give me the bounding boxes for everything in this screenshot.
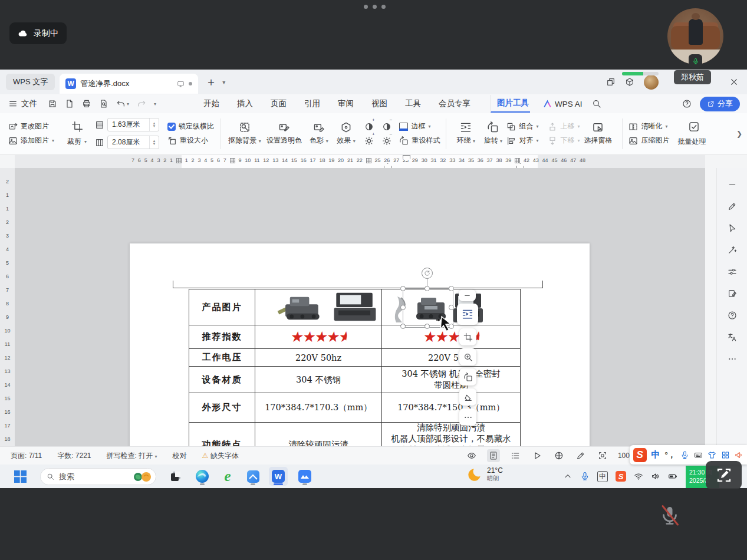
- contrast-up-button[interactable]: +: [364, 122, 375, 131]
- picture-width-input[interactable]: 2.08厘米 ▲▼: [107, 136, 159, 149]
- battery-icon[interactable]: [668, 472, 677, 481]
- document-canvas[interactable]: 产品图片: [15, 168, 705, 447]
- play-view-button[interactable]: [531, 449, 544, 462]
- quickbar-more-chevron[interactable]: ▾: [154, 101, 156, 107]
- page-view-button[interactable]: [487, 449, 500, 462]
- edge-browser-button[interactable]: [193, 467, 212, 486]
- collapse-rail-icon[interactable]: [728, 180, 737, 189]
- voice-input-icon[interactable]: [680, 450, 689, 460]
- selection-handle-n[interactable]: [424, 286, 430, 291]
- reset-size-button[interactable]: 重设大小: [167, 136, 214, 146]
- border-button[interactable]: 边框▾: [399, 121, 430, 131]
- volume-icon[interactable]: [651, 472, 660, 481]
- selection-handle-ne[interactable]: [449, 286, 454, 291]
- web-view-button[interactable]: [552, 449, 565, 462]
- crop-button[interactable]: 裁剪▾: [67, 137, 87, 147]
- selection-handle-nw[interactable]: [400, 286, 406, 291]
- sogou-tray-icon[interactable]: S: [616, 471, 626, 482]
- ime-mode-icon[interactable]: 中: [597, 471, 608, 482]
- file-menu[interactable]: 文件: [8, 98, 37, 109]
- remove-background-button[interactable]: 抠除背景 ▾: [226, 121, 263, 146]
- wps-ai-button[interactable]: WPS AI: [543, 100, 583, 108]
- edit-pen-icon[interactable]: [728, 202, 737, 211]
- width-spinner[interactable]: ▲▼: [149, 136, 159, 149]
- contrast-down-button[interactable]: −: [382, 122, 393, 131]
- blue-app-button[interactable]: [243, 467, 262, 486]
- menu-tab-视图[interactable]: 视图: [370, 95, 389, 112]
- menu-tab-工具[interactable]: 工具: [404, 95, 422, 112]
- monitor-icon[interactable]: [177, 80, 185, 88]
- float-wrap-layout-button[interactable]: [457, 304, 478, 325]
- menu-tab-页面[interactable]: 页面: [269, 95, 288, 112]
- select-cursor-icon[interactable]: [728, 223, 737, 233]
- redo-button[interactable]: [137, 99, 146, 108]
- skin-icon[interactable]: [707, 450, 716, 460]
- soft-keyboard-icon[interactable]: [694, 450, 703, 460]
- selection-handle-sw[interactable]: [400, 324, 406, 329]
- selection-handle-s[interactable]: [424, 324, 430, 329]
- magic-wand-icon[interactable]: [728, 245, 737, 255]
- app-center-cube-icon[interactable]: [625, 77, 634, 87]
- document-tab[interactable]: W 管途净界.docx: [60, 74, 198, 94]
- toolbox-icon[interactable]: [721, 450, 730, 460]
- document-page[interactable]: 产品图片: [130, 243, 590, 447]
- sogou-logo-icon[interactable]: S: [633, 448, 647, 462]
- menu-tab-图片工具[interactable]: 图片工具: [491, 95, 530, 113]
- move-up-button[interactable]: 上移▾: [548, 121, 580, 131]
- translate-icon[interactable]: [728, 332, 737, 342]
- clarify-button[interactable]: 清晰化▾: [628, 121, 669, 131]
- notes-icon[interactable]: [728, 289, 737, 298]
- new-tab-button[interactable]: ＋: [205, 74, 216, 90]
- change-picture-button[interactable]: 更改图片: [8, 121, 54, 131]
- outline-view-button[interactable]: [509, 449, 522, 462]
- align-button[interactable]: 对齐▾: [506, 136, 538, 146]
- task-view-button[interactable]: [166, 467, 185, 486]
- color-button[interactable]: 色彩 ▾: [305, 121, 333, 146]
- taskbar-search-box[interactable]: 搜索: [40, 468, 156, 485]
- page-indicator[interactable]: 页面: 7/11: [11, 451, 42, 461]
- menu-tab-引用[interactable]: 引用: [303, 95, 321, 112]
- add-picture-button[interactable]: 添加图片▾: [8, 136, 54, 146]
- overlay-drag-dots[interactable]: [364, 5, 386, 9]
- eye-protect-view-button[interactable]: [465, 449, 478, 462]
- product1-control-case-image[interactable]: [331, 291, 379, 324]
- export-pdf-icon[interactable]: [65, 99, 74, 108]
- compress-picture-button[interactable]: 压缩图片: [628, 136, 669, 146]
- float-zoom-button[interactable]: [459, 348, 476, 365]
- brightness-up-button[interactable]: +: [364, 136, 375, 146]
- undo-button[interactable]: ▾: [116, 99, 129, 108]
- print-preview-icon[interactable]: [99, 99, 108, 108]
- assistant-icon[interactable]: [682, 99, 692, 108]
- vertical-ruler[interactable]: 21123456789101112131415161718: [0, 168, 15, 447]
- adjust-sliders-icon[interactable]: [728, 267, 737, 276]
- product1-robot-image[interactable]: [274, 294, 327, 322]
- lock-aspect-checkbox[interactable]: 锁定纵横比: [167, 121, 214, 131]
- punctuation-icon[interactable]: °，: [665, 450, 676, 460]
- word-count[interactable]: 字数: 7221: [57, 451, 91, 461]
- float-eraser-button[interactable]: [459, 388, 476, 406]
- meeting-app-button[interactable]: [295, 467, 314, 486]
- wifi-icon[interactable]: [634, 472, 643, 481]
- menu-tab-审阅[interactable]: 审阅: [337, 95, 355, 112]
- picture-height-input[interactable]: 1.63厘米 ▲▼: [107, 118, 159, 131]
- start-button[interactable]: [11, 467, 29, 486]
- ribbon-expand-chevron[interactable]: ❯: [736, 130, 742, 138]
- effects-button[interactable]: 效果 ▾: [333, 121, 360, 146]
- selection-handle-e[interactable]: [449, 305, 454, 310]
- print-icon[interactable]: [82, 99, 91, 108]
- tray-mic-icon[interactable]: [580, 472, 590, 481]
- set-transparent-button[interactable]: 设置透明色: [263, 121, 305, 146]
- menu-tab-插入[interactable]: 插入: [236, 95, 254, 112]
- menu-tab-开始[interactable]: 开始: [202, 95, 221, 112]
- wrap-button[interactable]: 环绕 ▾: [452, 121, 479, 146]
- save-icon[interactable]: [48, 99, 57, 108]
- float-rotate-button[interactable]: [459, 368, 476, 386]
- ink-pen-button[interactable]: [574, 449, 587, 462]
- brightness-down-button[interactable]: −: [382, 136, 393, 146]
- float-more-button[interactable]: [459, 409, 476, 426]
- menu-tab-会员专享[interactable]: 会员专享: [437, 95, 472, 112]
- rail-more-icon[interactable]: [728, 354, 737, 364]
- float-toolbar-collapse-button[interactable]: [459, 289, 476, 301]
- fullscreen-button[interactable]: [596, 449, 609, 462]
- snip-tool-overlay[interactable]: [706, 461, 742, 489]
